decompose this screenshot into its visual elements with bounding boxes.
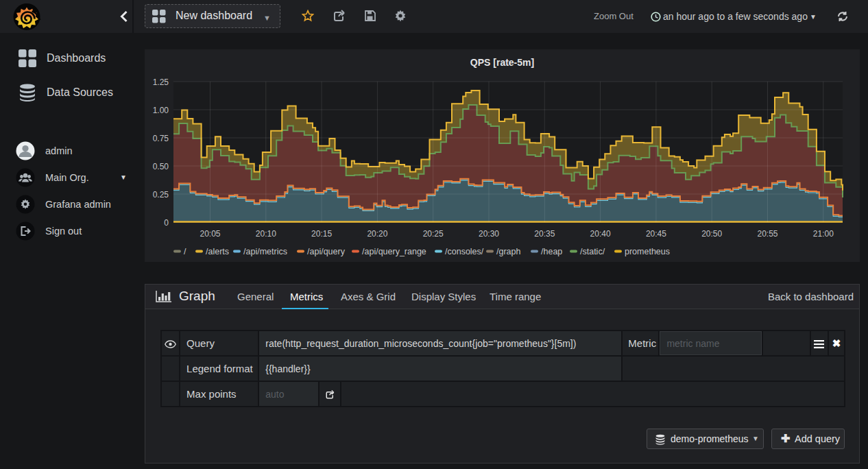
svg-text:0: 0 (164, 218, 169, 228)
svg-text:/graph: /graph (496, 247, 520, 256)
svg-text:20:05: 20:05 (200, 229, 220, 239)
svg-text:0.50: 0.50 (153, 162, 169, 171)
svg-text:/api/metrics: /api/metrics (243, 247, 287, 256)
svg-text:20:35: 20:35 (534, 229, 555, 239)
svg-text:20:40: 20:40 (590, 229, 611, 239)
svg-text:/api/query_range: /api/query_range (362, 247, 426, 256)
svg-text:20:20: 20:20 (367, 229, 387, 239)
svg-text:0.25: 0.25 (153, 190, 169, 200)
svg-text:20:45: 20:45 (646, 229, 666, 239)
svg-text:21:00: 21:00 (813, 229, 834, 239)
svg-text:/consoles/: /consoles/ (445, 247, 484, 256)
svg-text:/heap: /heap (541, 247, 562, 256)
svg-text:20:55: 20:55 (757, 229, 777, 239)
svg-text:1.00: 1.00 (153, 106, 169, 115)
svg-text:20:50: 20:50 (701, 229, 722, 239)
svg-text:0.75: 0.75 (153, 134, 169, 143)
svg-text:20:10: 20:10 (256, 229, 276, 239)
svg-text:20:30: 20:30 (479, 229, 499, 239)
svg-text:1.25: 1.25 (153, 77, 169, 87)
svg-text:20:25: 20:25 (423, 229, 444, 239)
svg-text:/api/query: /api/query (307, 247, 346, 256)
svg-text:20:15: 20:15 (311, 229, 332, 239)
svg-text:prometheus: prometheus (625, 247, 670, 256)
svg-text:/alerts: /alerts (206, 247, 229, 256)
svg-text:/: / (184, 247, 186, 256)
svg-text:/static/: /static/ (580, 247, 605, 256)
